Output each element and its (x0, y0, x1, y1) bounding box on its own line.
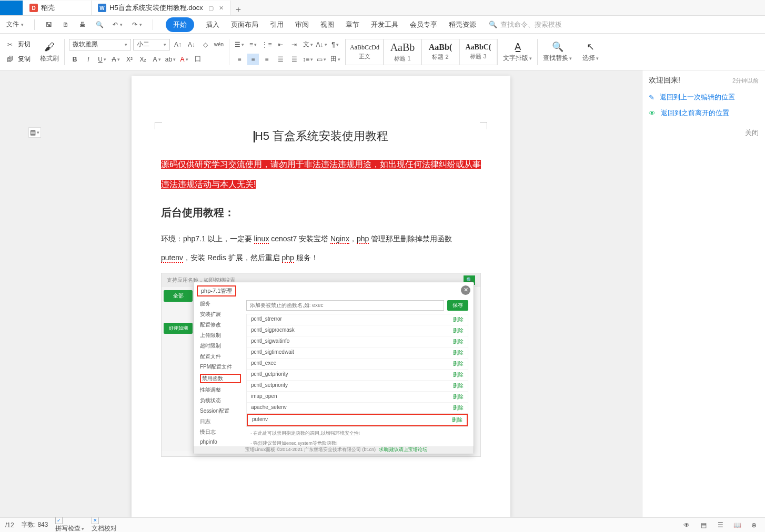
menu-vip[interactable]: 会员专享 (410, 17, 437, 33)
view-outline-icon[interactable]: ☰ (714, 519, 726, 531)
preview-icon[interactable]: 🔍 (94, 19, 105, 30)
font-name-select[interactable]: 微软雅黑▾ (69, 39, 131, 50)
style-h2[interactable]: AaBb(标题 2 (421, 39, 459, 65)
style-body[interactable]: AaBbCcDd正文 (346, 39, 384, 65)
tab-daoke[interactable]: D 稻壳 (23, 1, 92, 15)
borders-icon[interactable]: 田▾ (329, 54, 341, 65)
cut-icon[interactable]: ✂ (4, 39, 16, 50)
align-justify-icon[interactable]: ☰ (275, 54, 286, 65)
subscript-icon[interactable]: X₂ (137, 54, 149, 65)
view-page-icon[interactable]: ▤ (698, 519, 709, 531)
doc-paragraph: 环境：php7.1 以上，一定要 linux cenost7 安装宝塔 Ngin… (161, 229, 481, 268)
doc-h2: 后台使用教程： (161, 206, 481, 220)
italic-icon[interactable]: I (83, 54, 94, 65)
text-layout-button[interactable]: A̲ 文字排版▾ (498, 34, 537, 70)
multilevel-icon[interactable]: ⋮≡ (261, 39, 273, 50)
text-dir-icon[interactable]: 文▾ (302, 39, 314, 50)
view-web-icon[interactable]: ⊕ (748, 519, 760, 531)
spell-check[interactable]: ✓拼写检查▾ (55, 517, 84, 532)
copy-label: 复制 (18, 55, 31, 64)
text-effect-icon[interactable]: A▾ (151, 54, 163, 65)
menu-insert[interactable]: 插入 (206, 17, 219, 33)
redo-button[interactable]: ↷▾ (130, 20, 144, 29)
menu-tabs: 开始 插入 页面布局 引用 审阅 视图 章节 开发工具 会员专享 稻壳资源 (160, 17, 476, 33)
format-brush[interactable]: 🖌 格式刷 (35, 34, 64, 70)
select-button[interactable]: ↖ 选择▾ (577, 34, 604, 70)
tab-document[interactable]: W H5盲盒系统安装使用教程.docx ▢ ✕ (92, 1, 230, 15)
document-area[interactable]: ▤▾ H5 盲盒系统安装使用教程 源码仅供研究学习交流使用，请勿用于非法违法违规… (0, 70, 642, 517)
print-icon[interactable]: 🖶 (77, 19, 88, 30)
indent-inc-icon[interactable]: ⇥ (288, 39, 300, 50)
panel-close[interactable]: 关闭 (649, 128, 759, 138)
find-replace-button[interactable]: 🔍 查找替换▾ (538, 34, 577, 70)
clear-format-icon[interactable]: ◇ (199, 39, 211, 50)
tab-close-icon[interactable]: ✕ (219, 5, 224, 12)
bullets-icon[interactable]: ☰▾ (234, 39, 245, 50)
view-read-icon[interactable]: 📖 (731, 519, 743, 531)
menu-chapter[interactable]: 章节 (346, 17, 359, 33)
doc-title: H5 盲盒系统安装使用教程 (161, 128, 481, 144)
workspace: ▤▾ H5 盲盒系统安装使用教程 源码仅供研究学习交流使用，请勿用于非法违法违规… (0, 70, 765, 517)
panel-title: 欢迎回来! (649, 76, 680, 85)
tab-home[interactable] (0, 1, 23, 15)
menu-view[interactable]: 视图 (320, 17, 334, 33)
show-marks-icon[interactable]: ¶▾ (329, 39, 341, 50)
shading-icon[interactable]: ▭▾ (316, 54, 327, 65)
menu-review[interactable]: 审阅 (295, 17, 309, 33)
tab-popout-icon[interactable]: ▢ (208, 5, 214, 12)
status-bar: /12 字数: 843 ✓拼写检查▾ ✕文档校对 👁 ▤ ☰ 📖 ⊕ (0, 517, 765, 532)
file-menu[interactable]: 文件▾ (4, 19, 26, 30)
style-gallery[interactable]: AaBbCcDd正文 AaBb标题 1 AaBb(标题 2 AaBbC(标题 3 (346, 39, 497, 65)
eye-mode-icon[interactable]: 👁 (681, 519, 692, 531)
menu-layout[interactable]: 页面布局 (231, 17, 258, 33)
char-border-icon[interactable]: 囗 (192, 54, 204, 65)
menu-res[interactable]: 稻壳资源 (449, 17, 476, 33)
indent-dec-icon[interactable]: ⇤ (275, 39, 286, 50)
font-color-icon[interactable]: A▾ (178, 54, 190, 65)
paragraph-group: ☰▾ ≡▾ ⋮≡ ⇤ ⇥ 文▾ A↓▾ ¶▾ ≡ ≡ ≡ ☰ ☰ ↕≡▾ ▭▾ … (229, 34, 345, 70)
style-h1[interactable]: AaBb标题 1 (384, 39, 421, 65)
warning-text: 源码仅供研究学习交流使用，请勿用于非法违法违规用途，如出现任何法律纠纷或从事违法… (161, 160, 481, 189)
search-icon: 🔍 (489, 21, 497, 28)
word-icon: W (98, 4, 106, 12)
strike-icon[interactable]: A▾ (110, 54, 122, 65)
line-spacing-icon[interactable]: ↕≡▾ (302, 54, 314, 65)
tab-daoke-label: 稻壳 (41, 3, 55, 13)
clipboard-group: ✂剪切 🗐复制 (0, 34, 35, 70)
return-last-edit-link[interactable]: ✎ 返回到上一次编辑的位置 (649, 93, 759, 102)
sort-icon[interactable]: A↓▾ (316, 39, 327, 50)
numbering-icon[interactable]: ≡▾ (247, 39, 259, 50)
menu-devtool[interactable]: 开发工具 (371, 17, 398, 33)
shrink-font-icon[interactable]: A↓ (186, 39, 197, 50)
underline-icon[interactable]: U▾ (96, 54, 108, 65)
doc-proof[interactable]: ✕文档校对 (92, 517, 117, 532)
align-right-icon[interactable]: ≡ (261, 54, 273, 65)
find-icon: 🔍 (552, 41, 563, 53)
word-count[interactable]: 字数: 843 (22, 520, 48, 529)
bold-icon[interactable]: B (69, 54, 80, 65)
align-dist-icon[interactable]: ☰ (288, 54, 300, 65)
page-options-button[interactable]: ▤▾ (28, 127, 41, 138)
tab-bar: D 稻壳 W H5盲盒系统安装使用教程.docx ▢ ✕ ＋ (0, 0, 765, 16)
font-size-select[interactable]: 小二▾ (133, 39, 170, 50)
save-icon[interactable]: 🖫 (43, 19, 55, 30)
grow-font-icon[interactable]: A↑ (172, 39, 184, 50)
align-left-icon[interactable]: ≡ (234, 54, 245, 65)
page-indicator[interactable]: /12 (5, 521, 14, 529)
menu-begin[interactable]: 开始 (166, 17, 194, 32)
style-h3[interactable]: AaBbC(标题 3 (459, 39, 497, 65)
superscript-icon[interactable]: X² (124, 54, 135, 65)
cursor-icon: ↖ (587, 41, 595, 53)
highlight-icon[interactable]: ab▾ (165, 54, 176, 65)
saveas-icon[interactable]: 🗎 (60, 19, 72, 30)
menu-ref[interactable]: 引用 (270, 17, 284, 33)
return-previous-link[interactable]: 👁 返回到之前离开的位置 (649, 108, 759, 118)
undo-button[interactable]: ↶▾ (110, 20, 125, 29)
new-tab-button[interactable]: ＋ (230, 4, 246, 15)
command-search[interactable]: 🔍 查找命令、搜索模板 (489, 20, 562, 29)
align-center-icon[interactable]: ≡ (247, 54, 259, 65)
phonetic-icon[interactable]: wén (213, 39, 225, 50)
search-placeholder: 查找命令、搜索模板 (500, 20, 562, 29)
ss-dialog: ✕ php-7.1管理 服务安装扩展配置修改上传限制超时限制配置文件FPM配置文… (193, 282, 474, 454)
copy-icon[interactable]: 🗐 (4, 54, 16, 65)
